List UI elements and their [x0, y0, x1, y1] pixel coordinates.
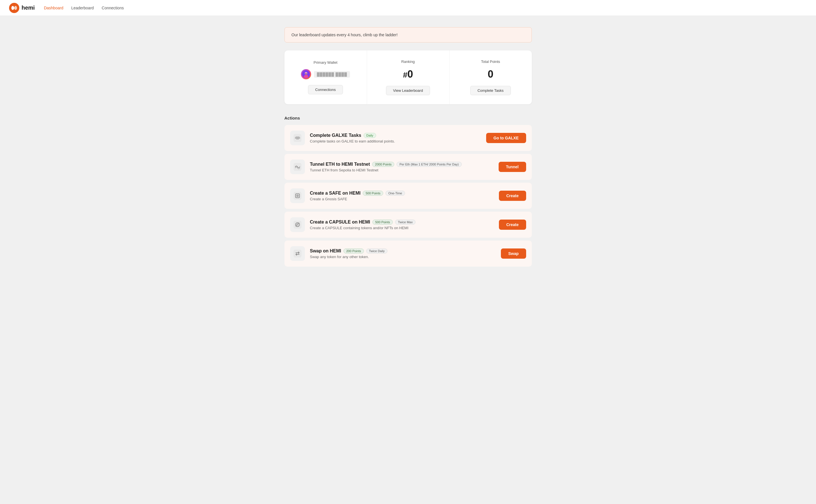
swap-badge-points: 200 Points [344, 248, 364, 254]
galxe-info: Complete GALXE Tasks Daily Complete task… [310, 133, 481, 143]
svg-point-2 [14, 6, 17, 10]
info-banner: Our leaderboard updates every 4 hours, c… [285, 27, 532, 42]
galxe-title-row: Complete GALXE Tasks Daily [310, 133, 481, 138]
galxe-desc: Complete tasks on GALXE to earn addition… [310, 139, 481, 143]
ranking-value: 0 [403, 68, 413, 80]
logo: hemi [9, 3, 35, 13]
svg-point-1 [11, 6, 14, 10]
capsule-name: Create a CAPSULE on HEMI [310, 220, 370, 225]
points-section: Total Points 0 Complete Tasks [450, 50, 532, 104]
navbar: hemi Dashboard Leaderboard Connections [0, 0, 816, 16]
points-label: Total Points [481, 59, 500, 64]
capsule-icon-wrap [290, 217, 305, 232]
safe-name: Create a SAFE on HEMI [310, 191, 361, 196]
svg-rect-17 [294, 221, 302, 229]
svg-point-7 [306, 73, 307, 74]
nav-link-connections[interactable]: Connections [102, 6, 124, 10]
swap-title-row: Swap on HEMI 200 Points Twice Daily [310, 248, 496, 254]
swap-name: Swap on HEMI [310, 248, 341, 254]
action-capsule: Create a CAPSULE on HEMI 500 Points Twic… [285, 212, 532, 238]
action-swap: Swap on HEMI 200 Points Twice Daily Swap… [285, 241, 532, 267]
swap-icon-wrap [290, 246, 305, 261]
safe-badge-points: 500 Points [363, 191, 383, 196]
swap-desc: Swap any token for any other token. [310, 255, 496, 259]
galxe-button[interactable]: Go to GALXE [486, 133, 526, 143]
swap-button[interactable]: Swap [501, 248, 526, 259]
stats-card: Primary Wallet ██████ ████ Connections [285, 50, 532, 104]
swap-icon [294, 250, 302, 258]
view-leaderboard-button[interactable]: View Leaderboard [386, 86, 430, 95]
svg-point-5 [304, 75, 308, 78]
actions-title: Actions [285, 116, 532, 120]
capsule-icon [294, 221, 302, 229]
action-galxe: Complete GALXE Tasks Daily Complete task… [285, 125, 532, 151]
svg-point-6 [305, 73, 306, 74]
actions-section: Actions Complete GALXE Tasks Daily Compl… [285, 116, 532, 267]
tunnel-name: Tunnel ETH to HEMI Testnet [310, 162, 370, 167]
tunnel-badge-info: Per Eth (Max 1 ETH/ 2000 Points Per Day) [397, 162, 461, 167]
nav-link-dashboard[interactable]: Dashboard [44, 6, 63, 10]
action-tunnel: Tunnel ETH to HEMI Testnet 2000 Points P… [285, 154, 532, 180]
safe-title-row: Create a SAFE on HEMI 500 Points One-Tim… [310, 191, 494, 196]
wallet-section: Primary Wallet ██████ ████ Connections [285, 50, 367, 104]
safe-button[interactable]: Create [499, 191, 526, 201]
tunnel-info: Tunnel ETH to HEMI Testnet 2000 Points P… [310, 162, 493, 172]
tunnel-badge-points: 2000 Points [372, 162, 394, 167]
safe-info: Create a SAFE on HEMI 500 Points One-Tim… [310, 191, 494, 201]
nav-links: Dashboard Leaderboard Connections [44, 6, 124, 10]
galxe-badge-daily: Daily [364, 133, 376, 138]
avatar-icon [302, 70, 310, 78]
wallet-address: ██████ ████ [314, 71, 350, 78]
avatar [301, 69, 311, 79]
banner-text: Our leaderboard updates every 4 hours, c… [292, 33, 398, 37]
points-value: 0 [487, 68, 493, 80]
wallet-label: Primary Wallet [313, 60, 337, 65]
tunnel-icon [294, 163, 302, 171]
hemi-logo-icon [9, 3, 19, 13]
capsule-badge-points: 500 Points [372, 220, 393, 225]
tunnel-icon-wrap [290, 160, 305, 174]
nav-link-leaderboard[interactable]: Leaderboard [71, 6, 94, 10]
action-safe: Create a SAFE on HEMI 500 Points One-Tim… [285, 183, 532, 209]
complete-tasks-button[interactable]: Complete Tasks [470, 86, 510, 95]
connections-button[interactable]: Connections [308, 85, 343, 94]
ranking-section: Ranking 0 View Leaderboard [367, 50, 450, 104]
capsule-badge-twice: Twice Max [395, 220, 416, 225]
safe-icon-wrap [290, 188, 305, 203]
swap-badge-twice-daily: Twice Daily [366, 248, 388, 254]
safe-desc: Create a Gnosis SAFE [310, 197, 494, 201]
logo-text: hemi [22, 5, 35, 11]
capsule-button[interactable]: Create [499, 220, 526, 230]
capsule-desc: Create a CAPSULE containing tokens and/o… [310, 226, 494, 230]
galxe-icon [294, 134, 302, 142]
main-content: Our leaderboard updates every 4 hours, c… [278, 16, 539, 281]
swap-info: Swap on HEMI 200 Points Twice Daily Swap… [310, 248, 496, 259]
ranking-label: Ranking [401, 59, 415, 64]
svg-rect-20 [294, 250, 302, 258]
svg-point-16 [297, 195, 298, 196]
tunnel-button[interactable]: Tunnel [499, 162, 526, 172]
safe-icon [294, 192, 302, 200]
safe-badge-once: One-Time [385, 191, 405, 196]
tunnel-title-row: Tunnel ETH to HEMI Testnet 2000 Points P… [310, 162, 493, 167]
galxe-name: Complete GALXE Tasks [310, 133, 361, 138]
wallet-row: ██████ ████ [301, 69, 350, 79]
galxe-icon-wrap [290, 131, 305, 145]
tunnel-desc: Tunnel ETH from Sepolia to HEMI Testnet [310, 168, 493, 172]
capsule-title-row: Create a CAPSULE on HEMI 500 Points Twic… [310, 220, 494, 225]
capsule-info: Create a CAPSULE on HEMI 500 Points Twic… [310, 220, 494, 230]
